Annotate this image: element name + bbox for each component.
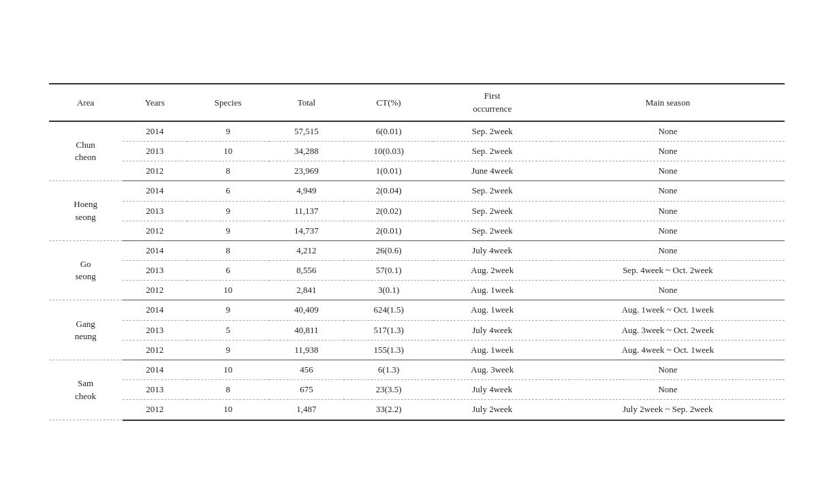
species-cell: 9 [187, 300, 269, 320]
species-cell: 6 [187, 181, 269, 201]
area-cell: Hoengseong [49, 181, 123, 241]
first-occurrence-cell: Sep. 2week [433, 221, 551, 240]
total-cell: 23,969 [269, 161, 345, 181]
total-cell: 11,938 [269, 340, 345, 360]
ct-cell: 10(0.03) [344, 141, 433, 161]
total-cell: 57,515 [269, 121, 345, 142]
first-occurrence-cell: June 4week [433, 161, 551, 181]
ct-cell: 26(0.6) [344, 240, 433, 260]
year-cell: 2014 [123, 300, 187, 320]
ct-cell: 3(0.1) [344, 281, 433, 300]
main-season-cell: Sep. 4week ~ Oct. 2week [551, 261, 784, 281]
ct-cell: 6(1.3) [344, 360, 433, 380]
area-cell: Gangneung [49, 300, 123, 360]
first-occurrence-cell: Aug. 1week [433, 281, 551, 300]
main-season-cell: Aug. 4week ~ Oct. 1week [551, 340, 784, 360]
total-cell: 40,409 [269, 300, 345, 320]
year-cell: 2012 [123, 400, 187, 420]
ct-cell: 624(1.5) [344, 300, 433, 320]
year-cell: 2012 [123, 281, 187, 300]
first-occurrence-cell: July 2week [433, 400, 551, 420]
total-cell: 4,212 [269, 240, 345, 260]
total-cell: 4,949 [269, 181, 345, 201]
year-cell: 2013 [123, 380, 187, 400]
species-cell: 8 [187, 161, 269, 181]
year-cell: 2012 [123, 221, 187, 240]
species-cell: 9 [187, 201, 269, 221]
main-season-cell: Aug. 3week ~ Oct. 2week [551, 320, 784, 340]
first-occurrence-cell: Aug. 1week [433, 300, 551, 320]
col-header-species: Species [187, 84, 269, 121]
total-cell: 34,288 [269, 141, 345, 161]
main-season-cell: None [551, 380, 784, 400]
total-cell: 675 [269, 380, 345, 400]
area-cell: Samcheok [49, 360, 123, 420]
species-cell: 9 [187, 221, 269, 240]
area-cell: Chuncheon [49, 121, 123, 181]
total-cell: 1,487 [269, 400, 345, 420]
data-table: Area Years Species Total CT(%) Firstoccu… [49, 83, 785, 420]
first-occurrence-cell: July 4week [433, 240, 551, 260]
ct-cell: 57(0.1) [344, 261, 433, 281]
year-cell: 2013 [123, 320, 187, 340]
table-wrapper: Area Years Species Total CT(%) Firstoccu… [42, 69, 791, 434]
first-occurrence-cell: Aug. 2week [433, 261, 551, 281]
main-season-cell: None [551, 281, 784, 300]
main-season-cell: None [551, 360, 784, 380]
total-cell: 40,811 [269, 320, 345, 340]
species-cell: 5 [187, 320, 269, 340]
main-season-cell: None [551, 201, 784, 221]
ct-cell: 6(0.01) [344, 121, 433, 142]
main-season-cell: None [551, 181, 784, 201]
first-occurrence-cell: July 4week [433, 380, 551, 400]
first-occurrence-cell: Sep. 2week [433, 121, 551, 142]
year-cell: 2012 [123, 161, 187, 181]
col-header-years: Years [123, 84, 187, 121]
ct-cell: 517(1.3) [344, 320, 433, 340]
first-occurrence-cell: Sep. 2week [433, 141, 551, 161]
species-cell: 10 [187, 360, 269, 380]
year-cell: 2014 [123, 121, 187, 142]
species-cell: 9 [187, 340, 269, 360]
col-header-main-season: Main season [551, 84, 784, 121]
main-season-cell: None [551, 141, 784, 161]
main-season-cell: July 2week ~ Sep. 2week [551, 400, 784, 420]
year-cell: 2013 [123, 261, 187, 281]
year-cell: 2012 [123, 340, 187, 360]
total-cell: 11,137 [269, 201, 345, 221]
total-cell: 8,556 [269, 261, 345, 281]
year-cell: 2013 [123, 201, 187, 221]
species-cell: 6 [187, 261, 269, 281]
ct-cell: 2(0.01) [344, 221, 433, 240]
total-cell: 2,841 [269, 281, 345, 300]
year-cell: 2014 [123, 240, 187, 260]
total-cell: 14,737 [269, 221, 345, 240]
main-season-cell: None [551, 121, 784, 142]
first-occurrence-cell: Sep. 2week [433, 201, 551, 221]
ct-cell: 2(0.02) [344, 201, 433, 221]
species-cell: 10 [187, 141, 269, 161]
first-occurrence-cell: July 4week [433, 320, 551, 340]
main-season-cell: None [551, 221, 784, 240]
first-occurrence-cell: Aug. 3week [433, 360, 551, 380]
col-header-area: Area [49, 84, 123, 121]
species-cell: 8 [187, 380, 269, 400]
total-cell: 456 [269, 360, 345, 380]
main-season-cell: None [551, 240, 784, 260]
year-cell: 2013 [123, 141, 187, 161]
col-header-ct: CT(%) [344, 84, 433, 121]
main-season-cell: None [551, 161, 784, 181]
ct-cell: 2(0.04) [344, 181, 433, 201]
area-cell: Goseong [49, 240, 123, 300]
species-cell: 10 [187, 281, 269, 300]
year-cell: 2014 [123, 181, 187, 201]
species-cell: 10 [187, 400, 269, 420]
main-season-cell: Aug. 1week ~ Oct. 1week [551, 300, 784, 320]
ct-cell: 23(3.5) [344, 380, 433, 400]
col-header-total: Total [269, 84, 345, 121]
first-occurrence-cell: Sep. 2week [433, 181, 551, 201]
ct-cell: 1(0.01) [344, 161, 433, 181]
ct-cell: 33(2.2) [344, 400, 433, 420]
species-cell: 9 [187, 121, 269, 142]
ct-cell: 155(1.3) [344, 340, 433, 360]
